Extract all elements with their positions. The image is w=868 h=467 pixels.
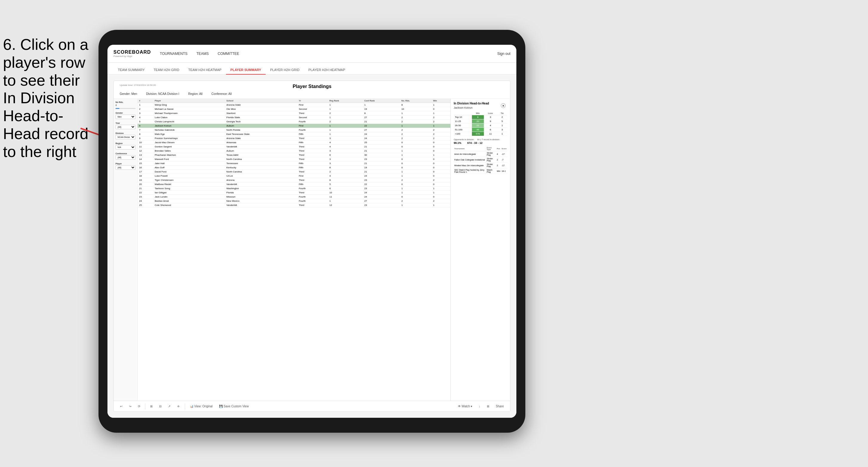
table-row[interactable]: 17 David Ford North Carolina Third 2 21 … xyxy=(137,170,451,174)
filter-sidebar: No Rds. 6 Gender Men xyxy=(114,99,137,401)
table-row[interactable]: 23 Jack Lundin Missouri Fourth 11 24 0 0 xyxy=(137,195,451,199)
toolbar-expand[interactable]: ↗ xyxy=(166,404,172,409)
filter-group-norounds: No Rds. 6 xyxy=(116,101,135,109)
table-row[interactable]: 3 Michael Thorbjornsen Stanford Third 2 … xyxy=(137,111,451,116)
cell-conf: 25 xyxy=(363,141,400,145)
table-row[interactable]: 10 Jacob Mau Olesen Arkansas Fifth 4 25 … xyxy=(137,141,451,145)
table-row[interactable]: 18 Luke Powell UCLA First 4 24 1 0 xyxy=(137,174,451,178)
tourn-name: Fallon Oak Collegiate Invitational xyxy=(454,157,486,163)
cell-reg: 5 xyxy=(328,182,363,187)
toolbar-zoom-in[interactable]: ⊞ xyxy=(148,404,154,409)
nav-committee[interactable]: COMMITTEE xyxy=(218,50,239,57)
tab-player-summary[interactable]: PLAYER SUMMARY xyxy=(226,68,266,74)
h2h-close-button[interactable]: ✕ xyxy=(501,103,506,108)
nav-tournaments[interactable]: TOURNAMENTS xyxy=(160,50,187,57)
cell-reg: 1 xyxy=(328,116,363,120)
table-row[interactable]: 13 Phacharan Maichon Texas A&M Third 6 3… xyxy=(137,153,451,157)
filter-select-division[interactable]: NCAA Division I xyxy=(116,135,135,139)
toolbar-undo[interactable]: ↩ xyxy=(118,404,124,409)
table-row[interactable]: 8 Mats Ege East Tennessee State Fifth 1 … xyxy=(137,132,451,136)
cell-rds: 0 xyxy=(400,195,432,199)
filter-select-region[interactable]: N/A xyxy=(116,145,135,150)
cell-conf: 27 xyxy=(363,116,400,120)
table-row[interactable]: 24 Bastian Amat New Mexico Fourth 1 27 2… xyxy=(137,199,451,203)
tab-team-summary[interactable]: TEAM SUMMARY xyxy=(114,68,149,74)
tab-player-h2h-heatmap[interactable]: PLAYER H2H HEATMAP xyxy=(304,68,349,74)
table-row[interactable]: 15 Jake Hall Tennessee Fifth 3 21 0 0 xyxy=(137,161,451,166)
cell-num: 5 xyxy=(137,120,153,124)
h2h-tie-cell: 5 xyxy=(497,119,507,124)
table-row[interactable]: 9 Preston Summerhays Arizona State Third… xyxy=(137,136,451,141)
col-win: Win xyxy=(432,99,451,103)
table-row[interactable]: 12 Brendan Valles Auburn Third 3 21 1 0 xyxy=(137,149,451,153)
table-row[interactable]: 21 Taehoon Song Washington Fourth 6 23 1… xyxy=(137,187,451,191)
table-row[interactable]: 1 Wenyi Ding Arizona State First 1 1 8 1 xyxy=(137,103,451,107)
table-row[interactable]: 7 Nicholas Gabrelcik North Florida Fourt… xyxy=(137,128,451,132)
cell-yr: First xyxy=(297,174,328,178)
table-row[interactable]: 16 Alex Goff Kentucky Fifth 8 19 0 0 xyxy=(137,166,451,170)
cell-rds: 1 xyxy=(400,203,432,208)
cell-rds: 1 xyxy=(400,124,432,128)
table-row[interactable]: 22 Ian Gilligan Florida Third 10 24 1 1 xyxy=(137,191,451,195)
cell-win: 0 xyxy=(432,161,451,166)
h2h-win-cell: 22 xyxy=(472,124,484,128)
toolbar-view-original[interactable]: 📊 View: Original xyxy=(188,404,214,409)
table-row[interactable]: 6 Jackson Koivun Auburn First 1 22 1 1 xyxy=(137,124,451,128)
filter-select-conference[interactable]: (All) xyxy=(116,155,135,160)
cell-school: Kentucky xyxy=(225,166,297,170)
tab-team-h2h-grid[interactable]: TEAM H2H GRID xyxy=(149,68,184,74)
toolbar-grid[interactable]: ⊞ xyxy=(485,404,491,409)
cell-num: 22 xyxy=(137,191,153,195)
cell-yr: Fifth xyxy=(297,182,328,187)
cell-num: 3 xyxy=(137,111,153,116)
cell-yr: Third xyxy=(297,149,328,153)
table-row[interactable]: 25 Cole Sherwood Vanderbilt Third 12 23 … xyxy=(137,203,451,208)
slider-norounds[interactable] xyxy=(116,108,135,109)
table-row[interactable]: 2 Michael La Sasse Ole Miss Second 1 19 … xyxy=(137,107,451,111)
table-row[interactable]: 4 Luke Claton Florida State Second 1 27 … xyxy=(137,116,451,120)
nav-teams[interactable]: TEAMS xyxy=(196,50,209,57)
cell-yr: Third xyxy=(297,111,328,116)
toolbar-save-custom[interactable]: 💾 Save Custom View xyxy=(217,404,250,409)
cell-conf: 23 xyxy=(363,203,400,208)
h2h-table-row: 11-25 20 9 5 xyxy=(454,119,507,124)
cell-reg: 1 xyxy=(328,199,363,203)
filter-select-player[interactable]: (All) xyxy=(116,165,135,170)
tab-player-h2h-grid[interactable]: PLAYER H2H GRID xyxy=(266,68,304,74)
filter-select-year[interactable]: (All) xyxy=(116,125,135,129)
tourn-pos: 2 xyxy=(496,163,501,168)
cell-reg: 1 xyxy=(328,124,363,128)
toolbar-download[interactable]: ↓ xyxy=(477,404,482,409)
toolbar-share[interactable]: Share xyxy=(494,404,506,409)
cell-conf: 22 xyxy=(363,124,400,128)
cell-player: Preston Summerhays xyxy=(153,136,225,141)
cell-school: Missouri xyxy=(225,195,297,199)
toolbar-watch[interactable]: 👁 Watch ▾ xyxy=(456,404,474,409)
cell-num: 12 xyxy=(137,149,153,153)
tab-team-h2h-heatmap[interactable]: TEAM H2H HEATMAP xyxy=(184,68,226,74)
cell-rds: 8 xyxy=(400,103,432,107)
cell-rds: 0 xyxy=(400,166,432,170)
cell-rds: 0 xyxy=(400,141,432,145)
toolbar-circle[interactable]: ⭘ xyxy=(175,404,182,409)
table-row[interactable]: 5 Christo Lamprecht Georgia Tech Fourth … xyxy=(137,120,451,124)
filter-group-player: Player (All) xyxy=(116,163,135,170)
cell-school: Arizona State xyxy=(225,103,297,107)
cell-player: Nicholas Gabrelcik xyxy=(153,128,225,132)
filter-select-gender[interactable]: Men xyxy=(116,115,135,119)
cell-win: 1 xyxy=(432,187,451,191)
table-row[interactable]: 20 Matthew Riedel Vanderbilt Fifth 5 22 … xyxy=(137,182,451,187)
tourn-type: Stroke Play xyxy=(486,163,496,168)
sign-out-link[interactable]: Sign out xyxy=(497,52,510,56)
table-header-row: # Player School Yr Reg Rank Conf Rank No… xyxy=(137,99,451,103)
cell-reg: 8 xyxy=(328,166,363,170)
toolbar-zoom-out[interactable]: ⊟ xyxy=(157,404,163,409)
toolbar-refresh[interactable]: ⟳ xyxy=(136,404,142,409)
tournament-row: SEC Match Play hosted by Jerry Pate Roun… xyxy=(454,168,507,174)
table-row[interactable]: 11 Gordon Sargent Vanderbilt Third 4 21 … xyxy=(137,145,451,149)
table-row[interactable]: 19 Tiger Christensen Arizona Third 8 23 … xyxy=(137,178,451,182)
table-row[interactable]: 14 Maxwell Ford North Carolina Third 3 2… xyxy=(137,157,451,161)
toolbar-redo[interactable]: ↪ xyxy=(127,404,133,409)
cell-yr: Fifth xyxy=(297,161,328,166)
filter-label-gender: Gender xyxy=(116,112,135,114)
